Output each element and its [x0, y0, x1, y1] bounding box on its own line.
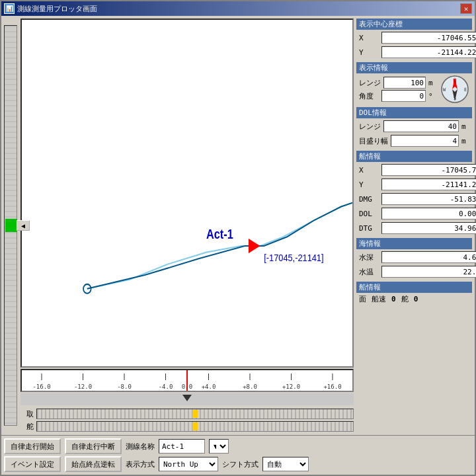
ship-y-input[interactable] — [381, 178, 476, 190]
btn-event[interactable]: イベント設定 — [4, 456, 61, 472]
footer-row-2: イベント設定 始点終点逆転 表示方式 North Up シフト方式 自動 — [4, 456, 472, 472]
ship-info2-section: 船情報 面 船速 0 舵 0 — [356, 282, 472, 305]
content-area: 前進 ◀ 後進 — [1, 16, 475, 435]
dol-range-label: レンジ — [359, 122, 381, 132]
right-panel: 表示中心座標 X Y 表示情報 — [356, 19, 472, 432]
left-panel: 前進 ◀ 後進 — [4, 19, 18, 432]
track-kaji-indicator — [192, 422, 198, 430]
svg-text:-16.0: -16.0 — [32, 383, 50, 390]
scroll-arrow-right[interactable]: ◀ — [17, 220, 30, 231]
track-tori-label: 取 — [20, 409, 34, 419]
btn-auto-stop[interactable]: 自律走行中断 — [65, 438, 122, 454]
line-name-select[interactable]: ▼ — [209, 439, 229, 454]
sea-depth-row: 水深 m — [359, 251, 469, 264]
window-title: 測線測量用プロッタ画面 — [17, 4, 97, 14]
forward-label: 前進 — [4, 19, 18, 24]
backward-label: 後進 — [4, 427, 18, 432]
display-info-title: 表示情報 — [356, 62, 472, 73]
sea-info-title: 海情報 — [356, 238, 472, 249]
track-kaji-bg — [36, 421, 354, 432]
y-label: Y — [359, 48, 379, 57]
sea-info-body: 水深 m 水温 ℃ — [356, 249, 472, 280]
dol-info-body: レンジ m 目盛り幅 m — [356, 118, 472, 149]
compass: N S E W — [440, 75, 469, 104]
field-range: レンジ m — [359, 76, 436, 89]
display-info-body: レンジ m 角度 ° — [356, 73, 472, 105]
angle-label: 角度 — [359, 91, 379, 101]
main-window: 📊 測線測量用プロッタ画面 ✕ 前進 ◀ 後進 — [0, 0, 476, 476]
ship-dtg-row: DTG m — [359, 221, 469, 235]
ship-info-section: 船情報 X Y DMG m D — [356, 151, 472, 236]
svg-text:Act-1: Act-1 — [206, 227, 233, 242]
range-label: レンジ — [359, 78, 381, 88]
ship-dtg-input[interactable] — [381, 222, 476, 234]
display-center-section: 表示中心座標 X Y — [356, 19, 472, 60]
rudder-value: 0 — [414, 295, 418, 303]
track-row-tori: 取 — [20, 408, 354, 420]
ship-dol-input[interactable] — [381, 208, 476, 219]
ship-info-body: X Y DMG m DOL m — [356, 162, 472, 236]
display-method-select[interactable]: North Up — [159, 457, 218, 471]
svg-marker-2 — [249, 239, 260, 253]
svg-text:-12.0: -12.0 — [74, 383, 92, 390]
svg-text:-4.0: -4.0 — [159, 383, 173, 390]
compass-fields: レンジ m 角度 ° — [359, 76, 436, 102]
footer: 自律走行開始 自律走行中断 測線名称 ▼ イベント設定 始点終点逆転 表示方式 … — [1, 435, 475, 475]
range-input[interactable] — [383, 77, 426, 89]
svg-text:+12.0: +12.0 — [282, 383, 300, 390]
y-input[interactable] — [381, 46, 476, 58]
compass-svg: N S E W — [440, 75, 469, 104]
center-panel: Act-1 [-17045,-21141] -16.0 -12.0 -8.0 -… — [20, 19, 354, 432]
ship-dmg-row: DMG m — [359, 192, 469, 206]
dol-width-input[interactable] — [391, 135, 459, 147]
ship-y-label: Y — [359, 180, 379, 189]
main-plot: Act-1 [-17045,-21141] — [20, 19, 354, 368]
ship-dmg-input[interactable] — [381, 193, 476, 205]
line-name-input[interactable] — [159, 439, 205, 454]
display-method-label: 表示方式 — [126, 459, 155, 469]
track-tori-bg — [36, 409, 354, 419]
angle-input[interactable] — [381, 90, 426, 102]
track-kaji-label: 舵 — [20, 422, 34, 432]
ship-x-label: X — [359, 166, 379, 175]
scroll-thumb — [5, 219, 17, 232]
svg-text:S: S — [454, 96, 456, 101]
shift-method-label: シフト方式 — [222, 459, 258, 469]
ship-x-input[interactable] — [381, 164, 476, 176]
display-info-section: 表示情報 レンジ m 角度 ° — [356, 62, 472, 105]
dol-range-row: レンジ m — [359, 120, 469, 133]
ruler-bar: -16.0 -12.0 -8.0 -4.0 0.0 +4.0 +8.0 — [20, 369, 354, 392]
dol-width-label: 目盛り幅 — [359, 136, 388, 146]
track-row-kaji: 舵 — [20, 420, 354, 432]
rudder-label2: 舵 — [401, 294, 409, 304]
sea-temp-input[interactable] — [381, 266, 476, 278]
svg-text:N: N — [454, 79, 457, 85]
ship-dmg-label: DMG — [359, 195, 379, 204]
dol-range-input[interactable] — [383, 120, 459, 132]
ship-info-title: 船情報 — [356, 151, 472, 162]
x-input[interactable] — [381, 32, 476, 44]
btn-auto-start[interactable]: 自律走行開始 — [4, 438, 61, 454]
dol-width-unit: m — [461, 137, 469, 145]
ship-y-row: Y — [359, 178, 469, 191]
angle-unit: ° — [428, 92, 436, 100]
shift-method-select[interactable]: 自動 — [262, 457, 309, 471]
btn-reverse[interactable]: 始点終点逆転 — [65, 456, 122, 472]
display-center-body: X Y — [356, 30, 472, 60]
field-angle: 角度 ° — [359, 89, 436, 102]
speed-label: 船速 — [372, 294, 386, 304]
sea-depth-input[interactable] — [381, 251, 476, 263]
speed-value: 0 — [391, 295, 396, 303]
ship-dol-row: DOL m — [359, 207, 469, 220]
scroll-track[interactable]: ◀ — [4, 25, 17, 426]
ship-info2-body: 面 船速 0 舵 0 — [356, 293, 472, 305]
footer-row-1: 自律走行開始 自律走行中断 測線名称 ▼ — [4, 438, 472, 454]
ship-dol-label: DOL — [359, 210, 379, 218]
ship-info2-title: 船情報 — [356, 282, 472, 293]
line-name-label: 測線名称 — [126, 442, 155, 452]
dol-range-unit: m — [461, 122, 469, 131]
ship-dtg-label: DTG — [359, 224, 379, 233]
bar-tracks: 取 舵 — [20, 408, 354, 432]
track-tori-indicator — [192, 410, 198, 418]
close-button[interactable]: ✕ — [460, 3, 472, 14]
